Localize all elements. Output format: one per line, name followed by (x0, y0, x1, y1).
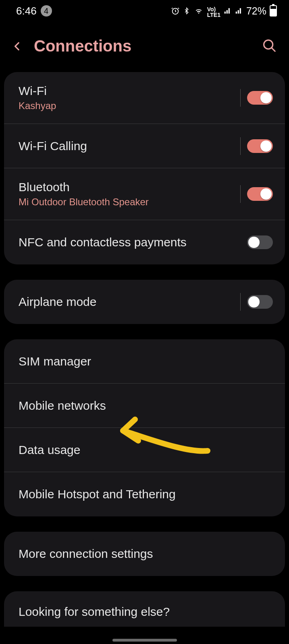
mobile-networks-title: Mobile networks (19, 399, 273, 413)
wifi-calling-title: Wi-Fi Calling (19, 139, 240, 153)
bluetooth-title: Bluetooth (19, 180, 240, 194)
row-data-usage[interactable]: Data usage (4, 428, 285, 472)
signal-1-icon (224, 6, 232, 15)
airplane-mode-title: Airplane mode (19, 295, 240, 309)
settings-group-1: Wi-Fi Kashyap Wi-Fi Calling Bluetooth Mi… (4, 72, 285, 264)
toggle-separator (240, 185, 241, 203)
wifi-icon (193, 6, 204, 15)
row-bluetooth[interactable]: Bluetooth Mi Outdoor Bluetooth Speaker (4, 168, 285, 220)
row-sim-manager[interactable]: SIM manager (4, 339, 285, 384)
status-time: 6:46 (16, 5, 37, 17)
row-mobile-hotspot[interactable]: Mobile Hotspot and Tethering (4, 472, 285, 516)
search-icon[interactable] (262, 38, 277, 53)
settings-group-2: Airplane mode (4, 280, 285, 324)
bluetooth-subtitle: Mi Outdoor Bluetooth Speaker (19, 196, 240, 208)
svg-line-2 (272, 48, 275, 51)
settings-group-3: SIM manager Mobile networks Data usage M… (4, 339, 285, 516)
wifi-subtitle: Kashyap (19, 100, 240, 111)
volte-icon: Vo)LTE1 (207, 6, 220, 15)
looking-for-title: Looking for something else? (19, 605, 270, 619)
data-usage-title: Data usage (19, 443, 273, 457)
nfc-title: NFC and contactless payments (19, 235, 247, 249)
settings-group-4: More connection settings (4, 532, 285, 576)
row-wifi[interactable]: Wi-Fi Kashyap (4, 72, 285, 124)
alarm-icon (171, 6, 180, 15)
back-icon[interactable] (12, 38, 23, 54)
row-more-connection-settings[interactable]: More connection settings (4, 532, 285, 576)
row-airplane-mode[interactable]: Airplane mode (4, 280, 285, 324)
row-mobile-networks[interactable]: Mobile networks (4, 384, 285, 428)
more-connection-settings-title: More connection settings (19, 547, 273, 561)
page-header: Connections (4, 22, 285, 72)
page-title: Connections (34, 37, 131, 55)
wifi-toggle[interactable] (247, 91, 273, 105)
notification-count-badge: 4 (41, 5, 52, 17)
bluetooth-icon (183, 6, 190, 15)
bluetooth-toggle[interactable] (247, 187, 273, 201)
mobile-hotspot-title: Mobile Hotspot and Tethering (19, 487, 273, 501)
signal-2-icon (235, 6, 243, 15)
gesture-nav-bar[interactable] (112, 639, 177, 642)
sim-manager-title: SIM manager (19, 355, 273, 368)
toggle-separator (240, 293, 241, 311)
row-wifi-calling[interactable]: Wi-Fi Calling (4, 124, 285, 168)
row-nfc[interactable]: NFC and contactless payments (4, 220, 285, 264)
toggle-separator (240, 89, 241, 107)
nfc-toggle[interactable] (247, 235, 273, 249)
status-bar: 6:46 4 Vo)LTE1 72% (0, 0, 289, 22)
wifi-calling-toggle[interactable] (247, 139, 273, 153)
airplane-mode-toggle[interactable] (247, 295, 273, 309)
battery-percent: 72% (246, 5, 266, 17)
wifi-title: Wi-Fi (19, 84, 240, 98)
toggle-separator (240, 137, 241, 155)
battery-icon (270, 5, 277, 17)
looking-for-card: Looking for something else? (4, 591, 285, 627)
